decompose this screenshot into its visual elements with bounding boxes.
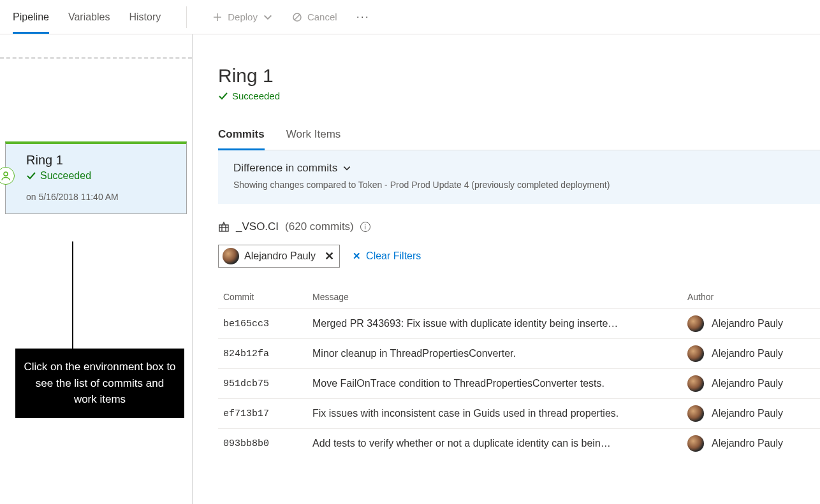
detail-title: Ring 1 — [218, 65, 820, 87]
filter-row: Alejandro Pauly ✕ ✕ Clear Filters — [218, 245, 820, 268]
tab-history[interactable]: History — [129, 0, 161, 34]
commit-author: Alejandro Pauly — [687, 375, 815, 392]
table-row[interactable]: 093bb8b0 Add tests to verify whether or … — [218, 428, 820, 458]
subtab-work-items[interactable]: Work Items — [286, 123, 341, 150]
deploy-label: Deploy — [228, 11, 258, 22]
info-icon[interactable]: i — [360, 222, 370, 232]
commit-message: Add tests to verify whether or not a dup… — [312, 438, 687, 449]
tab-pipeline[interactable]: Pipeline — [13, 0, 49, 34]
avatar — [223, 248, 239, 264]
repo-name: _VSO.CI — [236, 220, 279, 233]
check-icon — [218, 91, 228, 101]
col-header-author: Author — [687, 292, 815, 302]
avatar — [687, 345, 704, 362]
clear-filters-label: Clear Filters — [366, 250, 421, 262]
avatar — [687, 375, 704, 392]
commit-message: Minor cleanup in ThreadPropertiesConvert… — [312, 348, 687, 359]
tab-variables[interactable]: Variables — [68, 0, 110, 34]
detail-status: Succeeded — [218, 90, 820, 101]
left-pane: Ring 1 Succeeded on 5/16/2018 11:40 AM C… — [0, 34, 193, 504]
person-badge-icon — [0, 167, 15, 185]
commit-message: Fix issues with inconsistent case in Gui… — [312, 408, 687, 419]
diff-banner-title: Difference in commits — [233, 162, 805, 175]
right-pane: Ring 1 Succeeded Commits Work Items Diff… — [193, 34, 820, 504]
author-name: Alejandro Pauly — [712, 408, 783, 419]
table-row[interactable]: 824b12fa Minor cleanup in ThreadProperti… — [218, 338, 820, 368]
diff-banner[interactable]: Difference in commits Showing changes co… — [218, 150, 820, 204]
env-status: Succeeded — [26, 170, 176, 182]
commit-author: Alejandro Pauly — [687, 345, 815, 362]
commit-table: Commit Message Author be165cc3 Merged PR… — [218, 288, 820, 458]
subtab-commits[interactable]: Commits — [218, 123, 265, 150]
repo-commit-count: (620 commits) — [285, 220, 354, 233]
commit-table-header: Commit Message Author — [218, 288, 820, 308]
commit-hash: ef713b17 — [223, 408, 312, 419]
commit-hash: 093bb8b0 — [223, 438, 312, 449]
check-icon — [26, 171, 36, 181]
commit-message: Move FailOnTrace condition to ThreadProp… — [312, 378, 687, 389]
author-name: Alejandro Pauly — [712, 318, 783, 329]
commit-author: Alejandro Pauly — [687, 315, 815, 332]
commit-hash: 824b12fa — [223, 349, 312, 359]
filter-chip-label: Alejandro Pauly — [244, 250, 316, 262]
detail-status-text: Succeeded — [232, 90, 280, 101]
environment-card-ring1[interactable]: Ring 1 Succeeded on 5/16/2018 11:40 AM — [5, 141, 187, 214]
commit-author: Alejandro Pauly — [687, 435, 815, 452]
diff-banner-title-text: Difference in commits — [233, 162, 337, 175]
author-name: Alejandro Pauly — [712, 378, 783, 389]
callout-connector — [72, 241, 73, 350]
more-menu[interactable]: ··· — [356, 10, 370, 24]
avatar — [687, 405, 704, 422]
toolbar-divider — [186, 6, 187, 28]
avatar — [687, 435, 704, 452]
cancel-icon — [292, 12, 302, 22]
callout-tooltip: Click on the environment box to see the … — [15, 349, 184, 418]
chevron-down-icon — [263, 12, 273, 22]
svg-rect-5 — [219, 225, 228, 231]
top-bar: Pipeline Variables History Deploy Cancel… — [0, 0, 820, 34]
svg-point-4 — [4, 172, 8, 176]
env-status-text: Succeeded — [40, 170, 91, 182]
commit-author: Alejandro Pauly — [687, 405, 815, 422]
cancel-button[interactable]: Cancel — [292, 11, 337, 22]
author-name: Alejandro Pauly — [712, 438, 783, 449]
col-header-commit: Commit — [223, 292, 312, 302]
repo-icon — [218, 221, 230, 233]
repo-line: _VSO.CI (620 commits) i — [218, 220, 820, 233]
author-name: Alejandro Pauly — [712, 348, 783, 359]
diff-banner-subtitle: Showing changes compared to Token - Prod… — [233, 180, 805, 190]
table-row[interactable]: be165cc3 Merged PR 343693: Fix issue wit… — [218, 308, 820, 338]
svg-line-3 — [295, 15, 300, 20]
close-icon[interactable]: ✕ — [321, 249, 334, 263]
stage-connector-line — [0, 57, 192, 59]
sub-tabs: Commits Work Items — [218, 123, 820, 150]
env-title: Ring 1 — [26, 153, 176, 168]
env-date: on 5/16/2018 11:40 AM — [26, 192, 176, 202]
commit-hash: be165cc3 — [223, 319, 312, 329]
col-header-message: Message — [312, 292, 687, 302]
close-icon: ✕ — [353, 250, 361, 262]
clear-filters-button[interactable]: ✕ Clear Filters — [353, 250, 421, 262]
commit-message: Merged PR 343693: Fix issue with duplica… — [312, 318, 687, 329]
top-tabs: Pipeline Variables History — [13, 0, 161, 34]
avatar — [687, 315, 704, 332]
table-row[interactable]: ef713b17 Fix issues with inconsistent ca… — [218, 398, 820, 428]
filter-chip-author[interactable]: Alejandro Pauly ✕ — [218, 245, 340, 268]
deploy-button[interactable]: Deploy — [212, 11, 273, 22]
chevron-down-icon — [342, 164, 351, 173]
table-row[interactable]: 951dcb75 Move FailOnTrace condition to T… — [218, 368, 820, 398]
cancel-label: Cancel — [307, 11, 337, 22]
plus-icon — [212, 12, 223, 22]
commit-hash: 951dcb75 — [223, 378, 312, 389]
